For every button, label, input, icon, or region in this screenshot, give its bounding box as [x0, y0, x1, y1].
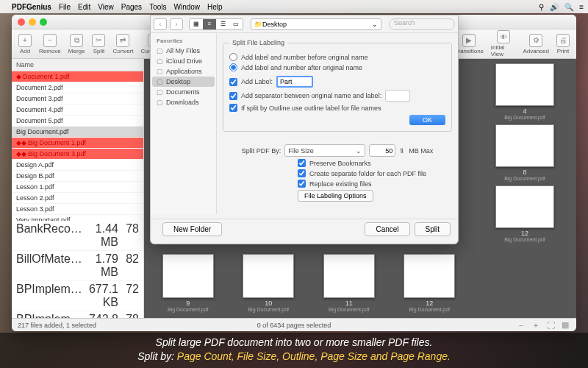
file-row[interactable]: Document 2.pdf — [12, 82, 143, 93]
page-thumbnail[interactable]: 4Big Document.pdf — [488, 63, 562, 120]
size-unit: MB Max — [409, 147, 433, 155]
file-row[interactable]: Document 5.pdf — [12, 116, 143, 127]
ok-button[interactable]: OK — [409, 115, 445, 125]
search-input[interactable]: Search — [389, 18, 455, 30]
file-row[interactable]: Lesson 1.pdf — [12, 182, 143, 193]
favorite-item[interactable]: ▢Applications — [152, 66, 215, 77]
marketing-caption: Split large PDF document into two or mor… — [0, 333, 588, 368]
file-row[interactable]: BillOfMaterials.pdf1.79 MB82 — [12, 251, 143, 281]
rb-before[interactable] — [229, 53, 237, 61]
menu-view[interactable]: View — [98, 3, 114, 11]
menubar: PDFGenius File Edit View Pages Tools Win… — [0, 0, 588, 13]
cb-outline-label[interactable] — [229, 104, 237, 112]
outline-label-text: If split by Outline use outline label fo… — [241, 105, 381, 112]
status-center: 0 of 6434 pages selected — [12, 322, 576, 329]
menu-window[interactable]: Window — [173, 3, 200, 11]
file-row[interactable]: Big Document.pdf — [12, 127, 143, 138]
thumbnail-column[interactable]: 4Big Document.pdf8Big Document.pdf12Big … — [473, 59, 576, 318]
favorites-header: Favorites — [152, 36, 215, 46]
tb-split[interactable]: ✂Split — [88, 32, 109, 56]
split-by-select[interactable]: File Size⌄ — [284, 144, 365, 157]
page-thumbnail[interactable]: 11Big Document.pdf — [312, 254, 386, 312]
split-dialog: ‹ › ▦≡☰▭ 📁 Desktop ⌄ Search Favorites ▢A… — [150, 15, 459, 244]
folder-label: Create separate folder for each PDF file — [309, 170, 426, 177]
tb-advanced[interactable]: ⚙Advanced — [519, 32, 553, 56]
spotlight-icon[interactable]: 🔍 — [564, 3, 573, 11]
cb-replace[interactable] — [298, 180, 306, 188]
file-row[interactable]: Document 4.pdf — [12, 105, 143, 116]
zoom-out-icon[interactable]: − — [516, 320, 526, 330]
file-row[interactable]: Big Document 3.pdf — [12, 149, 143, 160]
file-row[interactable]: Lesson 2.pdf — [12, 193, 143, 204]
tb-merge[interactable]: ⧉Merge — [65, 32, 89, 56]
main-window: PDFGenius +Add −Remove ⧉Merge ✂Split ⇄Co… — [12, 15, 576, 331]
nav-back-button[interactable]: ‹ — [154, 18, 167, 30]
separator-input[interactable] — [385, 90, 410, 102]
rb-after-label: Add label and number after original name — [241, 64, 362, 71]
menu-help[interactable]: Help — [207, 3, 223, 11]
tb-convert[interactable]: ⇄Convert — [109, 32, 137, 56]
favorite-item[interactable]: ▢Desktop — [152, 77, 215, 87]
file-list-lower[interactable]: BankReconciliation.pdf1.44 MB78BillOfMat… — [12, 221, 144, 318]
tb-print[interactable]: 🖨Print — [553, 32, 573, 56]
file-row[interactable]: Big Document 1.pdf — [12, 138, 143, 149]
file-row[interactable]: Design B.pdf — [12, 171, 143, 182]
page-thumbnail[interactable]: 8Big Document.pdf — [488, 124, 562, 181]
cb-addlabel[interactable] — [229, 78, 237, 86]
tb-remove[interactable]: −Remove — [35, 32, 65, 56]
caption-line2-pre: Split by: — [137, 350, 177, 362]
size-input[interactable] — [369, 144, 395, 157]
menu-extra-icon[interactable]: ≡ — [579, 3, 584, 11]
wifi-icon[interactable]: ⚲ — [539, 3, 544, 11]
cancel-button[interactable]: Cancel — [365, 222, 409, 236]
rb-after[interactable] — [229, 63, 237, 71]
location-popup[interactable]: 📁 Desktop ⌄ — [251, 18, 381, 30]
favorite-item[interactable]: ▢Documents — [152, 87, 215, 97]
labeling-options-button[interactable]: File Labeling Options — [298, 190, 373, 202]
cb-separator[interactable] — [229, 92, 237, 100]
page-thumbnail[interactable]: 12Big Document.pdf — [488, 185, 562, 242]
favorite-item[interactable]: ▢All My Files — [152, 46, 215, 56]
menu-tools[interactable]: Tools — [149, 3, 166, 11]
replace-label: Replace existing files — [309, 180, 372, 188]
page-thumbnail[interactable]: 10Big Document.pdf — [232, 254, 306, 312]
addlabel-label: Add Label: — [241, 78, 273, 85]
menu-pages[interactable]: Pages — [121, 3, 142, 11]
split-button[interactable]: Split — [415, 222, 451, 236]
file-row[interactable]: Design A.pdf — [12, 160, 143, 171]
labeling-legend: Split File Labeling — [229, 39, 287, 46]
volume-icon[interactable]: 🔊 — [550, 3, 559, 11]
file-row[interactable]: BPImplementationGuide50.pdf677.1 KB72 — [12, 281, 143, 311]
page-thumbnail[interactable]: 12Big Document.pdf — [393, 254, 467, 312]
zoom-in-icon[interactable]: + — [531, 320, 541, 330]
menu-file[interactable]: File — [59, 3, 71, 11]
column-header-name[interactable]: Name — [12, 59, 143, 71]
favorites-sidebar: Favorites ▢All My Files▢iCloud Drive▢App… — [151, 33, 217, 214]
statusbar: 217 files added, 1 selected 0 of 6434 pa… — [12, 318, 576, 331]
bookmarks-label: Preserve Bookmarks — [309, 160, 371, 167]
separator-label: Add separator between original name and … — [241, 92, 381, 99]
new-folder-button[interactable]: New Folder — [162, 222, 222, 236]
view-mode-segment[interactable]: ▦≡☰▭ — [189, 18, 243, 30]
grid-icon[interactable]: ▦ — [560, 320, 570, 330]
page-thumbnail[interactable]: 9Big Document.pdf — [151, 254, 225, 312]
file-row[interactable]: Document 1.pdf — [12, 71, 143, 82]
caption-line1: Split large PDF document into two or mor… — [7, 336, 581, 350]
tb-initialview[interactable]: 👁Initial View — [487, 29, 520, 59]
file-row[interactable]: BankReconciliation.pdf1.44 MB78 — [12, 221, 143, 251]
app-menu[interactable]: PDFGenius — [12, 3, 51, 11]
favorite-item[interactable]: ▢Downloads — [152, 97, 215, 107]
cb-bookmarks[interactable] — [298, 159, 306, 167]
file-row[interactable]: Document 3.pdf — [12, 93, 143, 105]
nav-fwd-button[interactable]: › — [170, 18, 183, 30]
tb-add[interactable]: +Add — [15, 32, 35, 56]
cb-folder[interactable] — [298, 169, 306, 177]
file-row[interactable]: Lesson 3.pdf — [12, 204, 143, 215]
menu-edit[interactable]: Edit — [78, 3, 90, 11]
rb-before-label: Add label and number before original nam… — [241, 54, 368, 61]
favorite-item[interactable]: ▢iCloud Drive — [152, 56, 215, 66]
label-input[interactable] — [276, 76, 313, 88]
file-row[interactable]: BPImplementationGuide51.pdf742.8 KB78 — [12, 311, 143, 318]
fullscreen-icon[interactable]: ⛶ — [545, 320, 556, 330]
thumbnail-row-bottom[interactable]: 9Big Document.pdf10Big Document.pdf11Big… — [144, 248, 473, 318]
